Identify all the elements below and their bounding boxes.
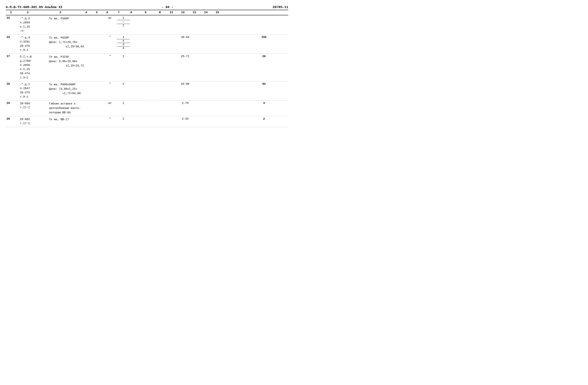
row-num-18: I8	[6, 81, 19, 100]
row-col12-15	[225, 15, 240, 35]
row-col6-19	[131, 100, 143, 116]
row-col11-20	[211, 116, 225, 127]
row-num-17: I7	[6, 54, 19, 81]
row-col13-15	[240, 15, 254, 35]
row-col15-17	[274, 54, 288, 81]
row-num-20: 20	[6, 116, 19, 127]
row-col7-16	[143, 35, 160, 54]
row-col15-16	[274, 35, 288, 54]
row-price-17: 25-7I	[174, 54, 196, 81]
row-qty-20: I	[116, 116, 131, 127]
row-code-20: 20-662т.I7-I	[19, 116, 48, 127]
row-desc-17: То же, Р3I5Р Цена: 0,96+I9,80х хI,25=25,…	[48, 54, 104, 81]
row-unit-18: "	[104, 81, 116, 100]
row-col7-15	[143, 15, 160, 35]
row-col8-18	[160, 81, 174, 100]
row-col11-19	[211, 100, 225, 116]
col-header-4: 4	[81, 11, 91, 14]
row-col12-19	[225, 100, 240, 116]
header-center: - 84 -	[162, 5, 173, 9]
table-row: I5 -"-д.2п.2859к-I,25-н- То же, Р500Р шт…	[6, 15, 288, 35]
row-unit-19: шт	[104, 100, 116, 116]
col-header-7: 7	[112, 11, 126, 14]
col-header-12: I2	[177, 11, 189, 14]
row-code-15: -"-д.2п.2859к-I,25-н-	[19, 15, 48, 35]
table-row: 20 20-662т.I7-I То же, ВВ-I7 " I 2-33 2	[6, 116, 288, 127]
row-desc-15: То же, Р500Р	[48, 15, 104, 35]
row-col12-18	[225, 81, 240, 100]
row-col8-20	[160, 116, 174, 127]
row-col10-20	[196, 116, 211, 127]
row-col8-19	[160, 100, 174, 116]
row-col10-17	[196, 54, 211, 81]
row-unit-20: "	[104, 116, 116, 127]
col-header-8: 8	[126, 11, 137, 14]
header-left: А-П-Ш-ТУ-600-30I.85 Альбом XI	[6, 5, 63, 9]
row-col6-20	[131, 116, 143, 127]
row-col8-17	[160, 54, 174, 81]
row-desc-18: То же, Р800х800Р Цена: 73,90хI,25+ +I,7I…	[48, 81, 104, 100]
row-desc-19: Гибкие вставки к центробежным венти- лят…	[48, 100, 104, 116]
row-col10-19	[196, 100, 211, 116]
row-col13-20	[240, 116, 254, 127]
row-unit-15: шт	[104, 15, 116, 35]
col-header-9: 9	[137, 11, 154, 14]
row-col6-15	[131, 15, 143, 35]
row-col15-19	[274, 100, 288, 116]
col-header-14: I4	[200, 11, 212, 14]
row-col12-17	[225, 54, 240, 81]
row-col10-18	[196, 81, 211, 100]
row-col11-18	[211, 81, 225, 100]
col-header-15: I5	[212, 11, 223, 14]
row-qty-16: 3 4 3 4	[116, 35, 131, 54]
row-qty-19: I	[116, 100, 131, 116]
row-num-19: I9	[6, 100, 19, 116]
row-col10-15	[196, 15, 211, 35]
table-row: I8 -"-д.Iп.264720-475т.9-2 То же, Р800х8…	[6, 81, 288, 100]
row-col7-19	[143, 100, 160, 116]
row-qty-17: I	[116, 54, 131, 81]
col-header-11: II	[166, 11, 177, 14]
row-qty-18: I	[116, 81, 131, 100]
col-header-1: I	[6, 11, 16, 14]
row-col8-15	[160, 15, 174, 35]
row-col6-18	[131, 81, 143, 100]
col-header-3: 3	[39, 11, 81, 14]
row-unit-17: "	[104, 54, 116, 81]
row-col11-17	[211, 54, 225, 81]
row-price-18: 94-08	[174, 81, 196, 100]
header-right: 20785-11	[273, 5, 288, 9]
row-col13-19	[240, 100, 254, 116]
row-col12-20	[225, 116, 240, 127]
row-total-18: 94	[254, 81, 274, 100]
row-col11-16	[211, 35, 225, 54]
row-unit-16: "	[104, 35, 116, 54]
col-header-2: 2	[16, 11, 39, 14]
row-price-15	[174, 15, 196, 35]
main-table: I5 -"-д.2п.2859к-I,25-н- То же, Р500Р шт…	[6, 15, 288, 138]
col-header-5: 5	[91, 11, 103, 14]
row-col8-16	[160, 35, 174, 54]
row-code-17: П.I,ч.Шд.2/69гп.2856к-I,2520-474т.9-I	[19, 54, 48, 81]
col-header-13: I3	[189, 11, 200, 14]
row-col13-16	[240, 35, 254, 54]
table-row: I9 20-664т.I7-I Гибкие вставки к центроб…	[6, 100, 288, 116]
col-header-6: 6	[103, 11, 112, 14]
row-num-15: I5	[6, 15, 19, 35]
row-col13-18	[240, 81, 254, 100]
col-header-10: Ю	[154, 11, 166, 14]
row-col13-17	[240, 54, 254, 81]
row-col12-16	[225, 35, 240, 54]
row-code-16: -"-д.4п.329120-476т.9-2	[19, 35, 48, 54]
table-row: I7 П.I,ч.Шд.2/69гп.2856к-I,2520-474т.9-I…	[6, 54, 288, 81]
row-price-16: 38-84	[174, 35, 196, 54]
row-desc-16: То же, Р630Р Цена: I,7I+29,70х хI,25=38,…	[48, 35, 104, 54]
row-col10-16	[196, 35, 211, 54]
row-desc-20: То же, ВВ-I7	[48, 116, 104, 127]
row-total-19: 3	[254, 100, 274, 116]
row-total-16: I55	[254, 35, 274, 54]
row-code-18: -"-д.Iп.264720-475т.9-2	[19, 81, 48, 100]
page-header: А-П-Ш-ТУ-600-30I.85 Альбом XI - 84 - 207…	[6, 4, 288, 10]
row-col7-20	[143, 116, 160, 127]
row-col15-15	[274, 15, 288, 35]
